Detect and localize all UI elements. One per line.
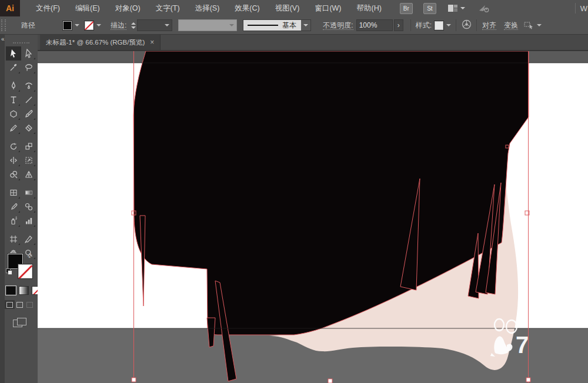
default-fill-stroke-icon[interactable] [6, 268, 12, 274]
line-segment-tool[interactable] [21, 93, 36, 107]
menu-help[interactable]: 帮助(H) [349, 0, 389, 16]
graphic-style-dropdown[interactable] [434, 21, 451, 31]
tool-group-gap [6, 228, 36, 232]
style-swatch [434, 21, 444, 31]
document-tab[interactable]: 未标题-1* @ 66.67% (RGB/预览) × [40, 35, 161, 50]
symbol-sprayer-tool[interactable] [6, 214, 21, 228]
chevron-down-button[interactable] [301, 20, 310, 31]
lasso-tool-icon [24, 63, 34, 72]
bridge-button[interactable]: Br [400, 3, 413, 14]
selection-handle[interactable] [526, 378, 530, 382]
menu-bar-right: W [575, 0, 588, 16]
transform-link[interactable]: 变换 [504, 21, 518, 30]
perspective-grid-tool[interactable] [21, 167, 36, 182]
opacity-input[interactable]: 100% [356, 19, 393, 31]
curvature-tool[interactable] [21, 79, 36, 93]
app-logo: Ai [0, 0, 20, 16]
toolbar-grip[interactable] [13, 42, 29, 43]
screen-mode-button[interactable] [13, 318, 26, 327]
eraser-tool[interactable] [21, 121, 36, 135]
shape-tool[interactable] [6, 107, 21, 121]
menu-window[interactable]: 窗口(W) [307, 0, 349, 16]
selection-handle[interactable] [328, 379, 332, 383]
line-segment-tool-icon [24, 95, 34, 105]
gpu-performance-button[interactable] [478, 4, 490, 13]
variable-width-profile-select [178, 19, 237, 31]
brush-definition-select[interactable]: 基本 [243, 19, 311, 31]
paintbrush-tool[interactable] [21, 107, 36, 121]
chevron-down-icon [165, 24, 169, 26]
screen-mode-icon [17, 318, 26, 325]
width-tool[interactable] [6, 153, 21, 167]
fill-color-dropdown[interactable] [62, 21, 79, 31]
artboard-tool[interactable] [6, 232, 21, 246]
stroke-weight-select[interactable] [137, 19, 172, 31]
eyedropper-tool[interactable] [6, 200, 21, 214]
draw-behind-button[interactable] [15, 300, 25, 309]
close-icon[interactable]: × [150, 38, 154, 46]
pen-tool[interactable] [6, 79, 21, 93]
select-similar-dropdown[interactable] [524, 21, 542, 29]
menu-edit[interactable]: 编辑(E) [68, 0, 108, 16]
selection-tool[interactable] [6, 46, 21, 61]
lasso-tool[interactable] [21, 61, 36, 75]
stroke-color-dropdown[interactable] [84, 21, 101, 31]
mesh-tool-icon [9, 188, 18, 197]
menu-select[interactable]: 选择(S) [188, 0, 228, 16]
tool-grid [6, 46, 36, 260]
pencil-tool[interactable] [6, 121, 21, 135]
slice-tool[interactable] [21, 232, 36, 246]
chevron-down-icon [96, 24, 101, 26]
menu-view[interactable]: 视图(V) [268, 0, 308, 16]
select-similar-icon [524, 21, 534, 29]
artwork-canvas[interactable]: 7 [38, 51, 588, 383]
brush-name: 基本 [282, 21, 296, 31]
opacity-more-button[interactable]: › [394, 19, 403, 31]
chevron-down-icon [460, 7, 465, 9]
blend-tool[interactable] [21, 200, 36, 214]
main-area: « [0, 35, 588, 383]
fill-swatch [62, 21, 72, 31]
chevron-down-icon [303, 24, 308, 26]
direct-selection-tool-icon [24, 49, 34, 58]
align-link[interactable]: 对齐 [482, 21, 496, 30]
menu-effect[interactable]: 效果(C) [227, 0, 267, 16]
gradient-tool[interactable] [21, 186, 36, 200]
scale-tool[interactable] [21, 139, 36, 153]
divider [410, 19, 411, 31]
paintbrush-tool-icon [24, 109, 34, 119]
gradient-button[interactable] [19, 286, 29, 295]
brush-stroke-preview [248, 25, 278, 26]
document-tab-bar: 未标题-1* @ 66.67% (RGB/预览) × [38, 35, 588, 51]
stroke-weight-stepper[interactable] [131, 22, 136, 29]
mesh-tool[interactable] [6, 186, 21, 200]
divider [456, 19, 456, 31]
recolor-artwork-button[interactable] [462, 19, 472, 31]
menu-type[interactable]: 文字(T) [148, 0, 188, 16]
magic-wand-tool[interactable] [6, 61, 21, 75]
divider [575, 3, 576, 14]
stock-button[interactable]: St [423, 3, 436, 14]
canvas-viewport[interactable]: 7 [38, 51, 588, 383]
workspace-switcher[interactable] [448, 5, 465, 12]
direct-selection-tool[interactable] [21, 46, 36, 61]
type-tool[interactable] [6, 93, 21, 107]
collapse-panel-button[interactable]: « [1, 36, 4, 42]
eyedropper-tool-icon [9, 202, 18, 211]
stroke-label[interactable]: 描边: [111, 21, 126, 30]
rotate-tool[interactable] [6, 139, 21, 153]
draw-normal-button[interactable] [5, 300, 15, 309]
shape-tool-icon [9, 109, 18, 119]
menu-object[interactable]: 对象(O) [108, 0, 148, 16]
opacity-label[interactable]: 不透明度: [323, 21, 353, 30]
control-bar: 路径 描边: 基本 不透明度: 100% › 样式: 对齐 变换 [0, 16, 588, 35]
menu-file[interactable]: 文件(F) [28, 0, 68, 16]
column-graph-tool[interactable] [21, 214, 36, 228]
shape-builder-tool[interactable] [6, 167, 21, 182]
draw-inside-button [25, 300, 35, 309]
panel-grip[interactable] [1, 19, 6, 31]
stroke-color-well[interactable] [18, 264, 33, 279]
color-button[interactable] [6, 286, 16, 295]
selection-handle[interactable] [132, 378, 136, 382]
free-transform-tool[interactable] [21, 153, 36, 167]
